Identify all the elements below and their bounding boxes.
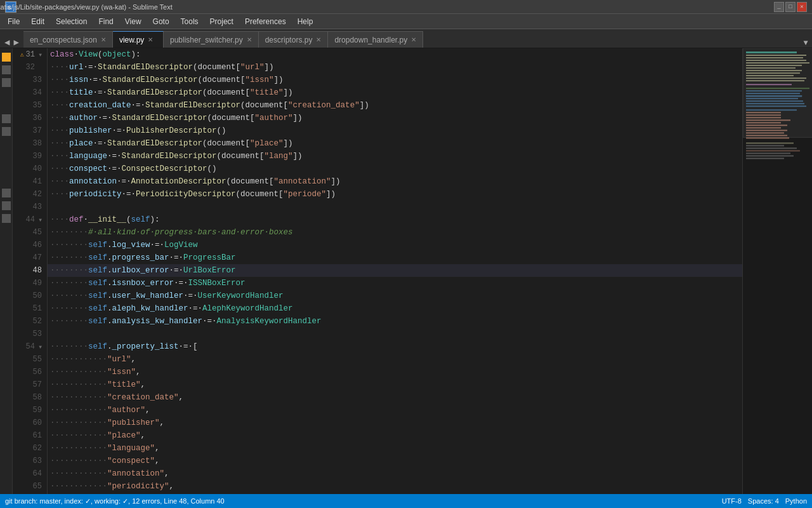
code-editor[interactable]: class·View(object): ····url·=·StandardEl… <box>48 48 742 494</box>
line-number-62: 62 <box>15 442 44 455</box>
code-line-48: ········self.urlbox_error·=·UrlBoxError <box>48 264 742 277</box>
code-line-56: ············"issn", <box>48 366 742 378</box>
sidebar-tool-2[interactable] <box>2 78 11 87</box>
left-sidebar <box>0 48 13 494</box>
menu-tools[interactable]: Tools <box>176 16 204 27</box>
line-number-46: 46 <box>15 239 44 251</box>
menu-view[interactable]: View <box>120 16 147 27</box>
code-line-41: ····annotation·=·AnnotationDescriptor(do… <box>48 175 742 188</box>
code-line-63: ············"conspect", <box>48 455 742 467</box>
language-indicator[interactable]: Python <box>785 497 807 505</box>
code-line-61: ············"place", <box>48 429 742 442</box>
spaces-indicator[interactable]: Spaces: 4 <box>748 497 779 505</box>
line-number-39: 39 <box>15 150 44 163</box>
sidebar-tool-5[interactable] <box>2 201 11 210</box>
line-number-43: 43 <box>15 201 44 213</box>
menu-selection[interactable]: Selection <box>51 16 92 27</box>
tab-next-button[interactable]: ▶ <box>11 37 20 48</box>
line-number-60: 60 <box>15 417 44 429</box>
close-button[interactable]: ✕ <box>797 2 807 12</box>
code-line-47: ········self.progress_bar·=·ProgressBar <box>48 251 742 264</box>
code-line-34: ····title·=·StandardElDescriptor(documen… <box>48 86 742 99</box>
tab-view-py[interactable]: view.py ✕ <box>113 31 164 48</box>
line-number-38: 38 <box>15 137 44 150</box>
tab-dropdown-handler[interactable]: dropdown_handler.py ✕ <box>328 31 423 48</box>
sidebar-tool-3[interactable] <box>2 127 11 136</box>
tab-descriptors[interactable]: descriptors.py ✕ <box>259 31 329 48</box>
line-number-49: 49 <box>15 277 44 290</box>
sidebar-fold-btn[interactable] <box>2 114 11 123</box>
menu-edit[interactable]: Edit <box>26 16 49 27</box>
app-icon: S <box>5 1 16 13</box>
menu-find[interactable]: Find <box>93 16 118 27</box>
line-number-41: 41 <box>15 175 44 188</box>
tab-close-icon[interactable]: ✕ <box>101 36 106 43</box>
window-title: ~/Plocha/prace/WA-KAT/source/src/wa_kat/… <box>0 3 406 11</box>
warning-indicator[interactable] <box>2 53 11 62</box>
status-bar: git branch: master, index: ✓, working: ✓… <box>0 494 812 508</box>
code-line-54: ········self._property_list·=·[ <box>48 340 742 353</box>
title-bar: S ~/Plocha/prace/WA-KAT/source/src/wa_ka… <box>0 0 812 14</box>
tab-prev-button[interactable]: ◀ <box>3 37 11 48</box>
tab-close-icon[interactable]: ✕ <box>148 36 153 43</box>
main-area: ⚠ 31 ▼ 32 33 34 35 36 37 38 39 40 41 42 … <box>0 48 812 494</box>
git-branch-status: git branch: master, index: ✓, working: ✓… <box>5 497 225 505</box>
line-number-57: 57 <box>15 378 44 391</box>
tab-publisher-switcher[interactable]: publisher_switcher.py ✕ <box>164 31 259 48</box>
tab-label: view.py <box>119 36 144 44</box>
code-line-45: ········#·all·kind·of·progress·bars·and·… <box>48 226 742 239</box>
sidebar-tool-6[interactable] <box>2 214 11 223</box>
minimap[interactable] <box>742 48 812 494</box>
code-line-65: ············"periodicity", <box>48 480 742 493</box>
code-line-42: ····periodicity·=·PeriodicityDescriptor(… <box>48 188 742 201</box>
code-line-58: ············"creation_date", <box>48 391 742 404</box>
line-gutter: ⚠ 31 ▼ 32 33 34 35 36 37 38 39 40 41 42 … <box>13 48 48 494</box>
tab-close-icon[interactable]: ✕ <box>411 36 416 43</box>
code-line-31: class·View(object): <box>48 48 742 61</box>
minimize-button[interactable]: _ <box>774 2 784 12</box>
tab-en-conspectus[interactable]: en_conspectus.json ✕ <box>23 31 113 48</box>
sidebar-tool-1[interactable] <box>2 65 11 74</box>
line-number-58: 58 <box>15 391 44 404</box>
minimap-svg <box>743 48 812 494</box>
menu-file[interactable]: File <box>3 16 25 27</box>
line-number-31: ⚠ 31 ▼ <box>15 48 44 61</box>
line-number-51: 51 <box>15 302 44 315</box>
window-controls[interactable]: _ □ ✕ <box>774 2 807 12</box>
code-line-37: ····publisher·=·PublisherDescriptor() <box>48 124 742 137</box>
tab-close-icon[interactable]: ✕ <box>247 36 252 43</box>
status-right: UTF-8 Spaces: 4 Python <box>722 497 807 505</box>
code-line-52: ········self.analysis_kw_handler·=·Analy… <box>48 315 742 328</box>
code-line-50: ········self.user_kw_handler·=·UserKeywo… <box>48 290 742 302</box>
line-number-42: 42 <box>15 188 44 201</box>
code-line-62: ············"language", <box>48 442 742 455</box>
line-number-48: 48 <box>15 264 44 277</box>
line-number-37: 37 <box>15 124 44 137</box>
tab-overflow-button[interactable]: ▼ <box>799 39 812 48</box>
tab-label: publisher_switcher.py <box>170 36 243 44</box>
line-number-61: 61 <box>15 429 44 442</box>
code-line-38: ····place·=·StandardElDescriptor(documen… <box>48 137 742 150</box>
tab-label: descriptors.py <box>265 36 313 44</box>
menu-project[interactable]: Project <box>205 16 239 27</box>
sidebar-tool-4[interactable] <box>2 189 11 197</box>
line-number-45: 45 <box>15 226 44 239</box>
line-number-59: 59 <box>15 404 44 417</box>
line-number-35: 35 <box>15 99 44 112</box>
menu-goto[interactable]: Goto <box>148 16 174 27</box>
line-number-55: 55 <box>15 353 44 366</box>
code-line-40: ····conspect·=·ConspectDescriptor() <box>48 163 742 175</box>
line-number-64: 64 <box>15 467 44 480</box>
svg-rect-41 <box>746 152 790 154</box>
maximize-button[interactable]: □ <box>785 2 796 12</box>
menu-preferences[interactable]: Preferences <box>240 16 291 27</box>
svg-rect-38 <box>746 145 784 146</box>
tab-close-icon[interactable]: ✕ <box>316 36 321 43</box>
svg-rect-36 <box>743 48 812 137</box>
menu-help[interactable]: Help <box>292 16 318 27</box>
encoding-indicator[interactable]: UTF-8 <box>722 497 742 505</box>
editor-container: ⚠ 31 ▼ 32 33 34 35 36 37 38 39 40 41 42 … <box>13 48 812 494</box>
svg-rect-42 <box>746 155 794 156</box>
svg-rect-39 <box>746 147 797 149</box>
code-line-57: ············"title", <box>48 378 742 391</box>
